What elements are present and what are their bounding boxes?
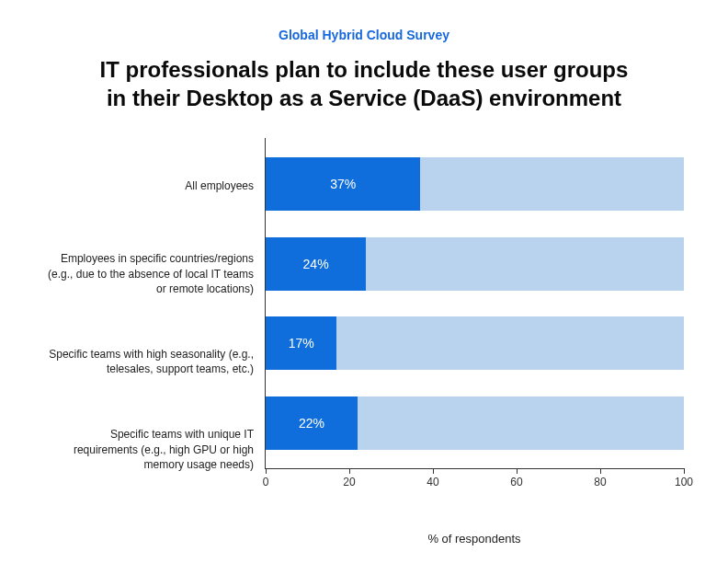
tick-mark-2	[433, 468, 434, 474]
bar-label-0: 37%	[330, 177, 356, 191]
bar-fill-3: 22%	[266, 396, 358, 450]
bar-label-2: 17%	[289, 336, 314, 350]
bar-fill-0: 37%	[266, 157, 420, 211]
bar-row-2: 17%	[266, 316, 684, 370]
bar-fill-2: 17%	[266, 316, 336, 370]
y-label-3: Specific teams with unique IT requiremen…	[44, 413, 254, 487]
x-tick-0: 0	[263, 476, 269, 488]
bars-group: 37% 24% 17% 22%	[266, 138, 684, 468]
plot-area: 37% 24% 17% 22%	[265, 138, 684, 469]
tick-mark-4	[600, 468, 601, 474]
tick-mark-3	[517, 468, 518, 474]
x-tick-3: 60	[510, 476, 522, 488]
x-tick-5: 100	[675, 476, 693, 488]
y-label-1: Employees in specific countries/regions …	[44, 237, 254, 311]
tick-mark-0	[266, 468, 267, 474]
y-label-0: All employees	[44, 149, 254, 223]
y-label-2: Specific teams with high seasonality (e.…	[44, 325, 254, 398]
x-axis-label: % of respondents	[265, 532, 684, 546]
x-tick-labels: 0 20 40 60 80 100	[266, 476, 684, 494]
bar-label-3: 22%	[299, 416, 324, 431]
chart-subtitle: Global Hybrid Cloud Survey	[44, 28, 684, 42]
y-axis-labels: All employees Employees in specific coun…	[44, 138, 265, 497]
tick-mark-1	[349, 468, 350, 474]
bar-row-0: 37%	[266, 157, 684, 211]
chart-area: All employees Employees in specific coun…	[44, 138, 684, 497]
bar-row-1: 24%	[266, 237, 684, 291]
chart-container: Global Hybrid Cloud Survey IT profession…	[0, 0, 728, 563]
bar-row-3: 22%	[266, 396, 684, 450]
tick-mark-5	[684, 468, 685, 474]
x-tick-4: 80	[594, 476, 606, 488]
title-line-2: in their Desktop as a Service (DaaS) env…	[107, 86, 621, 110]
x-axis-area: % of respondents	[265, 532, 684, 546]
title-line-1: IT professionals plan to include these u…	[100, 57, 629, 82]
chart-title: IT professionals plan to include these u…	[70, 55, 658, 112]
x-tick-1: 20	[343, 476, 355, 488]
bar-fill-1: 24%	[266, 237, 366, 291]
x-tick-2: 40	[427, 476, 438, 488]
bar-label-1: 24%	[303, 257, 329, 271]
